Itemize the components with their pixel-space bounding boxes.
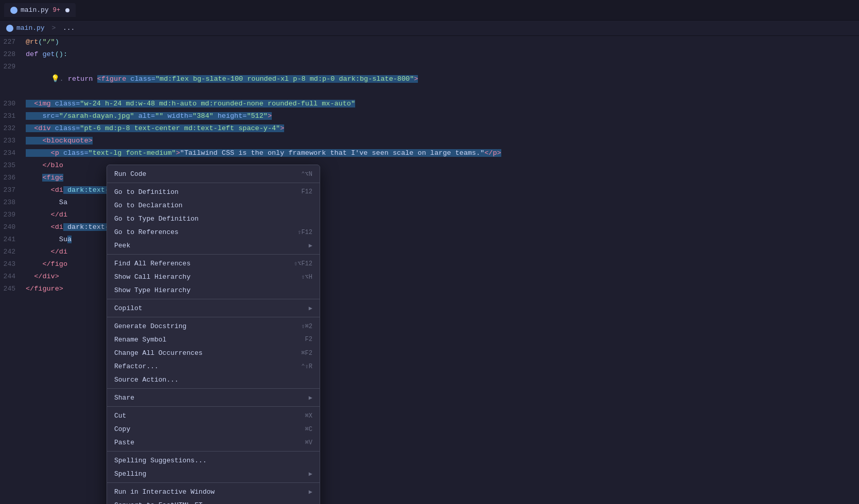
code-line-232: 232 <div class="pt-6 md:p-8 text-center … bbox=[0, 122, 859, 135]
menu-item-spelling-suggestions[interactable]: Spelling Suggestions... bbox=[107, 454, 320, 467]
menu-item-show-call-hierarchy[interactable]: Show Call Hierarchy ⇧⌥H bbox=[107, 270, 320, 283]
code-editor[interactable]: 227 @rt("/") 228 def get(): 229 💡. retur… bbox=[0, 36, 859, 504]
code-line-233: 233 <blockquote> bbox=[0, 135, 859, 147]
line-number: 229 bbox=[0, 61, 26, 73]
menu-item-paste[interactable]: Paste ⌘V bbox=[107, 436, 320, 449]
code-line-227: 227 @rt("/") bbox=[0, 36, 859, 48]
line-number: 236 bbox=[0, 172, 26, 184]
menu-item-go-to-type-definition[interactable]: Go to Type Definition bbox=[107, 212, 320, 225]
breadcrumb: main.py > ... bbox=[0, 21, 859, 36]
line-content: def get(): bbox=[26, 48, 859, 61]
menu-item-go-to-declaration[interactable]: Go to Declaration bbox=[107, 199, 320, 212]
code-line-231: 231 src="/sarah-dayan.jpg" alt="" width=… bbox=[0, 110, 859, 122]
menu-separator-2 bbox=[107, 254, 320, 255]
breadcrumb-filename[interactable]: main.py bbox=[16, 24, 45, 32]
line-number: 228 bbox=[0, 48, 26, 61]
menu-item-spelling[interactable]: Spelling ▶ bbox=[107, 467, 320, 480]
line-content: 💡. return <figure class="md:flex bg-slat… bbox=[26, 61, 859, 98]
menu-item-refactor[interactable]: Refactor... ⌃⇧R bbox=[107, 359, 320, 373]
line-number: 231 bbox=[0, 110, 26, 122]
menu-item-run-code[interactable]: Run Code ⌃⌥N bbox=[107, 167, 320, 181]
line-number: 240 bbox=[0, 221, 26, 233]
line-number: 244 bbox=[0, 271, 26, 283]
line-content: @rt("/") bbox=[26, 36, 859, 48]
line-number: 232 bbox=[0, 122, 26, 135]
line-number: 227 bbox=[0, 36, 26, 48]
menu-separator-3 bbox=[107, 299, 320, 299]
menu-separator-4 bbox=[107, 317, 320, 317]
line-content: <p class="text-lg font-medium">"Tailwind… bbox=[26, 147, 859, 159]
menu-item-share[interactable]: Share ▶ bbox=[107, 391, 320, 404]
unsaved-dot bbox=[65, 8, 69, 12]
menu-item-go-to-references[interactable]: Go to References ⇧F12 bbox=[107, 225, 320, 239]
code-line-230: 230 <img class="w-24 h-24 md:w-48 md:h-a… bbox=[0, 98, 859, 110]
line-number: 233 bbox=[0, 135, 26, 147]
menu-item-copy[interactable]: Copy ⌘C bbox=[107, 422, 320, 436]
menu-item-run-interactive-window[interactable]: Run in Interactive Window ▶ bbox=[107, 485, 320, 498]
line-content: src="/sarah-dayan.jpg" alt="" width="384… bbox=[26, 110, 859, 122]
menu-item-peek[interactable]: Peek ▶ bbox=[107, 239, 320, 252]
line-number: 241 bbox=[0, 233, 26, 246]
line-content: <blockquote> bbox=[26, 135, 859, 147]
menu-item-go-to-definition[interactable]: Go to Definition F12 bbox=[107, 185, 320, 199]
line-content: <div class="pt-6 md:p-8 text-center md:t… bbox=[26, 122, 859, 135]
menu-item-show-type-hierarchy[interactable]: Show Type Hierarchy bbox=[107, 283, 320, 297]
line-number: 238 bbox=[0, 196, 26, 209]
code-line-228: 228 def get(): bbox=[0, 48, 859, 61]
python-file-icon bbox=[10, 7, 17, 14]
menu-item-cut[interactable]: Cut ⌘X bbox=[107, 409, 320, 422]
menu-item-convert-fasthtml[interactable]: Convert to FastHTML FT bbox=[107, 498, 320, 504]
menu-item-copilot[interactable]: Copilot ▶ bbox=[107, 301, 320, 315]
breadcrumb-separator: > bbox=[48, 24, 60, 32]
menu-separator-5 bbox=[107, 388, 320, 389]
menu-item-source-action[interactable]: Source Action... bbox=[107, 373, 320, 386]
tab-badge: 9+ bbox=[53, 7, 60, 14]
context-menu: Run Code ⌃⌥N Go to Definition F12 Go to … bbox=[107, 165, 320, 504]
line-number: 242 bbox=[0, 246, 26, 258]
active-tab[interactable]: main.py 9+ bbox=[4, 3, 76, 17]
breadcrumb-path[interactable]: ... bbox=[63, 24, 75, 32]
menu-item-find-all-references[interactable]: Find All References ⇧⌥F12 bbox=[107, 257, 320, 270]
menu-separator-8 bbox=[107, 482, 320, 483]
line-number: 230 bbox=[0, 98, 26, 110]
breadcrumb-file-icon bbox=[6, 25, 13, 32]
menu-item-generate-docstring[interactable]: Generate Docstring ⇧⌘2 bbox=[107, 319, 320, 333]
tab-filename: main.py bbox=[21, 6, 49, 14]
line-number: 243 bbox=[0, 258, 26, 271]
line-number: 234 bbox=[0, 147, 26, 159]
line-number: 245 bbox=[0, 283, 26, 295]
menu-separator-6 bbox=[107, 406, 320, 407]
menu-item-change-all-occurrences[interactable]: Change All Occurrences ⌘F2 bbox=[107, 346, 320, 359]
code-line-234: 234 <p class="text-lg font-medium">"Tail… bbox=[0, 147, 859, 159]
menu-item-rename-symbol[interactable]: Rename Symbol F2 bbox=[107, 333, 320, 346]
line-number: 235 bbox=[0, 159, 26, 172]
line-content: <img class="w-24 h-24 md:w-48 md:h-auto … bbox=[26, 98, 859, 110]
line-number: 239 bbox=[0, 209, 26, 221]
code-line-229: 229 💡. return <figure class="md:flex bg-… bbox=[0, 61, 859, 98]
tab-bar: main.py 9+ bbox=[0, 0, 859, 21]
menu-separator-1 bbox=[107, 183, 320, 183]
menu-separator-7 bbox=[107, 451, 320, 452]
line-number: 237 bbox=[0, 184, 26, 196]
